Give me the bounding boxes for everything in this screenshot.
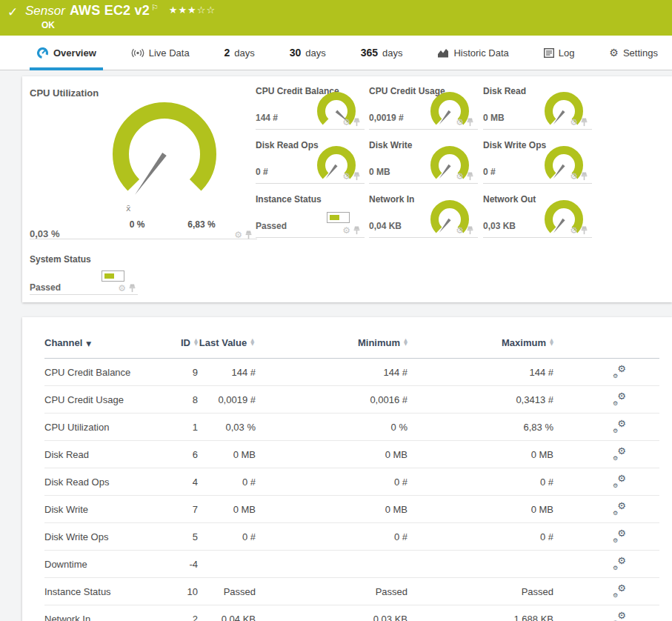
channel-name: Disk Read Ops [44, 468, 156, 496]
tab-bar: OverviewLive Data2days30days365daysHisto… [0, 36, 672, 70]
pin-icon[interactable] [580, 226, 588, 235]
average-marker: x̄ [126, 204, 131, 213]
priority-stars[interactable]: ★★★☆☆ [169, 4, 216, 16]
pin-icon[interactable] [466, 172, 474, 181]
gauge-dial [427, 88, 473, 134]
column-label: Maximum [502, 337, 546, 348]
tab-settings[interactable]: ⚙Settings [602, 36, 665, 70]
gauge-cell-controls: ⚙ [342, 118, 361, 127]
tab-log[interactable]: Log [537, 36, 582, 70]
gauge-title: Instance Status [256, 194, 322, 205]
gauge-value: 0 MB [483, 113, 505, 123]
gear-icon[interactable]: ⚙ [342, 118, 350, 127]
edit-channel-cell: ⚙⚙ [553, 605, 659, 621]
gear-icon[interactable]: ⚙ [118, 284, 126, 293]
channel-name: Instance Status [44, 578, 156, 605]
column-header-id[interactable]: ID▲▼ [156, 317, 198, 359]
gear-icon[interactable]: ⚙ [456, 118, 464, 127]
edit-channel-icon[interactable]: ⚙⚙ [613, 502, 626, 514]
edit-channel-icon[interactable]: ⚙⚙ [613, 585, 626, 597]
gear-icon[interactable]: ⚙ [234, 230, 242, 239]
channel-row-instance-status[interactable]: Instance Status10PassedPassedPassed⚙⚙ [44, 578, 659, 605]
gauge-cell-instance-status[interactable]: Instance StatusPassed⚙ [256, 191, 365, 238]
edit-channel-icon[interactable]: ⚙⚙ [613, 475, 626, 487]
maximum-value: 0,3413 # [407, 386, 553, 414]
gear-icon[interactable]: ⚙ [342, 172, 350, 181]
channel-id: 1 [156, 414, 198, 441]
channel-row-disk-write-ops[interactable]: Disk Write Ops50 #0 #0 #⚙⚙ [44, 523, 659, 551]
historic-data-icon [437, 48, 449, 58]
gauge-min-label: 0 % [130, 219, 145, 230]
pin-icon[interactable] [353, 226, 361, 235]
tab-label: Settings [623, 47, 658, 59]
channel-row-disk-read[interactable]: Disk Read60 MB0 MB0 MB⚙⚙ [44, 441, 659, 468]
edit-channel-icon[interactable]: ⚙⚙ [613, 448, 626, 459]
pin-icon[interactable] [244, 230, 253, 239]
gauge-cell-cpu-credit-usage[interactable]: CPU Credit Usage0,0019 #⚙ [369, 83, 478, 130]
channel-row-cpu-credit-balance[interactable]: CPU Credit Balance9144 #144 #144 #⚙⚙ [44, 359, 659, 386]
tab-live-data[interactable]: Live Data [124, 36, 196, 70]
gear-icon[interactable]: ⚙ [456, 172, 464, 181]
edit-channel-icon[interactable]: ⚙⚙ [613, 557, 626, 569]
edit-channel-icon[interactable]: ⚙⚙ [613, 612, 626, 621]
gear-icon[interactable]: ⚙ [456, 226, 464, 235]
gauge-cell-network-out[interactable]: Network Out0,03 KB⚙ [483, 191, 592, 238]
pin-icon[interactable] [128, 284, 136, 293]
gauge-title: Disk Read Ops [256, 140, 319, 150]
column-header-maximum[interactable]: Maximum▲▼ [407, 317, 553, 359]
gauge-dial [313, 88, 359, 134]
pin-icon[interactable] [353, 118, 361, 127]
gear-icon[interactable]: ⚙ [342, 226, 350, 235]
minimum-value: 0 MB [256, 496, 407, 523]
maximum-value: 0 # [407, 468, 553, 496]
edit-channel-icon[interactable]: ⚙⚙ [613, 420, 626, 432]
edit-channel-icon[interactable]: ⚙⚙ [613, 393, 626, 405]
pin-icon[interactable] [580, 118, 588, 127]
channel-row-disk-read-ops[interactable]: Disk Read Ops40 #0 #0 #⚙⚙ [44, 468, 659, 496]
channel-row-cpu-credit-usage[interactable]: CPU Credit Usage80,0019 #0,0016 #0,3413 … [44, 386, 659, 414]
gauge-cell-controls: ⚙ [456, 118, 474, 127]
edit-channel-icon[interactable]: ⚙⚙ [613, 530, 626, 542]
channel-row-disk-write[interactable]: Disk Write70 MB0 MB0 MB⚙⚙ [44, 496, 659, 523]
minimum-value: 0 % [256, 414, 407, 441]
sensor-kind-label: Sensor [25, 4, 65, 18]
status-indicator [327, 212, 350, 223]
gauge-cell-disk-write[interactable]: Disk Write0 MB⚙ [369, 137, 478, 184]
channel-row-downtime[interactable]: Downtime-4⚙⚙ [44, 551, 659, 578]
gauge-cell-system-status[interactable]: System Status Passed ⚙ [30, 248, 138, 295]
gauge-cell-disk-write-ops[interactable]: Disk Write Ops0 #⚙ [483, 137, 592, 184]
gauge-cell-network-in[interactable]: Network In0,04 KB⚙ [369, 191, 478, 238]
maximum-value: Passed [407, 578, 553, 605]
tab-historic-data[interactable]: Historic Data [430, 36, 515, 70]
column-header-minimum[interactable]: Minimum▲▼ [256, 317, 407, 359]
column-header-last-value[interactable]: Last Value▲▼ [198, 317, 256, 359]
pin-icon[interactable] [353, 172, 361, 181]
channel-row-cpu-utilization[interactable]: CPU Utilization10,03 %0 %6,83 %⚙⚙ [44, 414, 659, 441]
pin-icon[interactable] [580, 172, 588, 181]
gauge-cell-controls: ⚙ [570, 226, 588, 235]
gauge-cell-cpu-credit-balance[interactable]: CPU Credit Balance144 #⚙ [256, 83, 365, 130]
edit-channel-icon[interactable]: ⚙⚙ [613, 365, 626, 377]
gear-icon[interactable]: ⚙ [570, 118, 578, 127]
tab-overview[interactable]: Overview [30, 36, 103, 70]
gauge-cell-disk-read[interactable]: Disk Read0 MB⚙ [483, 83, 592, 130]
tab-30-days[interactable]: 30days [283, 36, 333, 70]
sensor-page: ✓ SensorAWS EC2 v2⚐★★★☆☆ OK OverviewLive… [0, 0, 672, 621]
maximum-value: 0 MB [407, 496, 553, 523]
pin-icon[interactable] [466, 226, 474, 235]
last-value: Passed [198, 578, 256, 605]
tab-365-days[interactable]: 365days [354, 36, 410, 70]
gear-icon[interactable]: ⚙ [570, 226, 578, 235]
tab-2-days[interactable]: 2days [218, 36, 262, 70]
flag-icon[interactable]: ⚐ [151, 3, 159, 13]
sort-desc-icon: ▼ [86, 340, 91, 348]
channel-row-network-in[interactable]: Network In20,04 KB0,03 KB1.688 KB⚙⚙ [44, 605, 659, 621]
gear-icon[interactable]: ⚙ [570, 172, 578, 181]
column-header-channel[interactable]: Channel▼ [44, 317, 156, 359]
channel-id: -4 [156, 551, 198, 578]
pin-icon[interactable] [466, 118, 474, 127]
last-value: 0,04 KB [198, 605, 256, 621]
gauge-cell-cpu-utilization[interactable]: CPU Utilization x̄ 0 % 6,83 % 0,03 % ⚙ [30, 83, 257, 239]
gauge-cell-disk-read-ops[interactable]: Disk Read Ops0 #⚙ [256, 137, 365, 184]
status-check-icon: ✓ [7, 4, 18, 19]
